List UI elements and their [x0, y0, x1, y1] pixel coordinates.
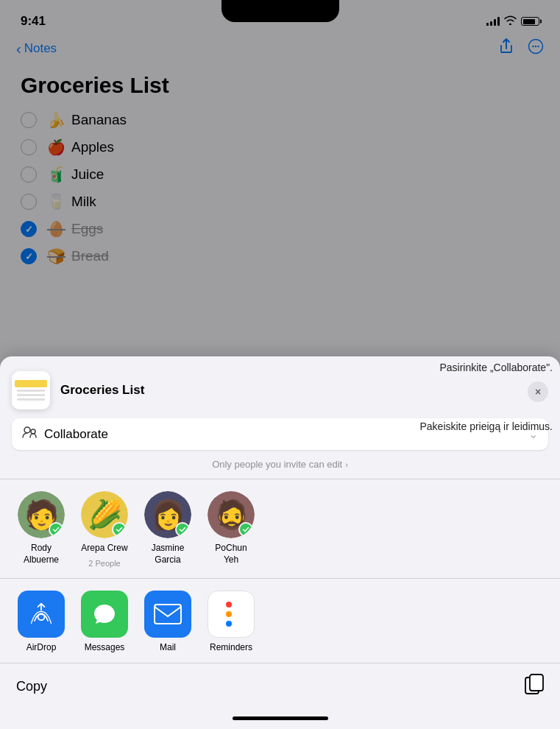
avatar-pochun: 🧔 — [208, 491, 255, 538]
contacts-row: 🧑 RodyAlbuerne 🌽 Arepa Crew 2 People — [0, 485, 560, 578]
reminders-icon — [208, 591, 255, 638]
collaborate-button[interactable]: Collaborate ⌄ — [12, 418, 548, 450]
contact-name-pochun: PoChunYeh — [215, 543, 247, 566]
messages-icon — [81, 591, 128, 638]
collaborate-icon — [22, 426, 37, 443]
message-badge-arepa — [112, 522, 127, 537]
app-messages[interactable]: Messages — [75, 591, 134, 652]
contact-rody[interactable]: 🧑 RodyAlbuerne — [12, 491, 71, 568]
avatar-arepa: 🌽 — [81, 491, 128, 538]
contact-name-rody: RodyAlbuerne — [24, 543, 59, 566]
access-chevron-icon: › — [345, 460, 348, 469]
avatar-rody: 🧑 — [18, 491, 65, 538]
contact-name-arepa: Arepa Crew — [81, 543, 127, 554]
svg-point-5 — [31, 429, 35, 434]
share-note-title: Groceries List — [60, 383, 144, 398]
mail-icon — [144, 591, 191, 638]
share-header: Groceries List × — [0, 365, 560, 418]
contact-name-jasmine: JasmineGarcia — [152, 543, 185, 566]
access-text: Only people you invite can edit — [212, 459, 342, 470]
contact-sub-arepa: 2 People — [88, 559, 120, 568]
svg-rect-7 — [155, 605, 181, 624]
note-app-icon — [12, 371, 50, 409]
contact-jasmine[interactable]: 👩 JasmineGarcia — [138, 491, 197, 568]
app-reminders[interactable]: Reminders — [202, 591, 260, 652]
app-airdrop[interactable]: AirDrop — [12, 591, 71, 652]
apps-row: AirDrop Messages — [0, 585, 560, 663]
copy-row: Copy — [0, 663, 560, 711]
avatar-jasmine: 👩 — [144, 491, 191, 538]
contact-arepa[interactable]: 🌽 Arepa Crew 2 People — [75, 491, 134, 568]
share-close-button[interactable]: × — [528, 381, 548, 402]
access-label[interactable]: Only people you invite can edit › — [0, 456, 560, 479]
copy-icon-button[interactable] — [525, 674, 544, 699]
share-sheet-backdrop: Groceries List × Collaborate — [0, 0, 560, 729]
home-bar — [233, 716, 328, 720]
home-indicator — [0, 711, 560, 729]
message-badge-jasmine — [175, 522, 190, 537]
app-label-mail: Mail — [160, 642, 176, 652]
collaborate-label: Collaborate — [44, 427, 108, 442]
svg-rect-9 — [530, 675, 543, 691]
app-mail[interactable]: Mail — [138, 591, 197, 652]
message-badge — [49, 522, 63, 537]
message-badge-pochun — [238, 522, 253, 537]
divider-2 — [0, 578, 560, 579]
copy-button[interactable]: Copy — [16, 679, 47, 694]
phone-frame: 9:41 ‹ Notes — [0, 0, 560, 729]
divider — [0, 479, 560, 479]
app-label-messages: Messages — [85, 642, 125, 652]
app-label-reminders: Reminders — [210, 642, 252, 652]
contact-pochun[interactable]: 🧔 PoChunYeh — [202, 491, 260, 568]
app-label-airdrop: AirDrop — [26, 642, 57, 652]
share-sheet: Groceries List × Collaborate — [0, 356, 560, 729]
airdrop-icon — [18, 591, 65, 638]
collaborate-chevron-icon: ⌄ — [528, 427, 538, 441]
svg-point-4 — [24, 427, 30, 433]
